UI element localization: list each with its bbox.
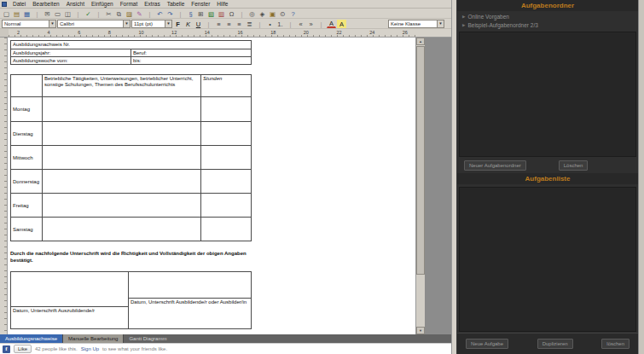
font-color-icon[interactable]: A <box>327 20 336 28</box>
expand-triangle-icon[interactable]: ▶ <box>462 23 465 27</box>
font-size-select[interactable]: 11pt (pt) ▼ <box>131 20 172 28</box>
folder-list-box[interactable] <box>459 32 636 157</box>
menu-item[interactable]: Ansicht <box>67 1 84 7</box>
save-icon[interactable]: ▦ <box>22 9 32 18</box>
delete-task-button[interactable]: löschen <box>601 339 629 349</box>
cut-icon[interactable]: ✂ <box>104 9 113 18</box>
day-activities-cell[interactable] <box>42 146 200 169</box>
day-activities-cell[interactable] <box>42 97 200 121</box>
day-activities-cell[interactable] <box>42 170 200 193</box>
pane-splitter[interactable] <box>451 0 457 354</box>
day-hours-cell[interactable] <box>200 218 251 241</box>
print-icon[interactable]: ▭ <box>53 9 62 18</box>
image-icon[interactable]: ▧ <box>206 9 216 18</box>
spellcheck-icon[interactable]: ✓ <box>84 9 93 18</box>
day-hours-cell[interactable] <box>200 97 251 121</box>
facebook-like-button[interactable]: Like <box>14 345 32 353</box>
copy-icon[interactable]: ⧉ <box>114 9 124 18</box>
bis-cell[interactable]: bis: <box>131 57 251 64</box>
day-label-cell[interactable]: Mittwoch <box>11 146 42 169</box>
navigator-icon[interactable]: ◈ <box>258 9 267 18</box>
align-justify-icon[interactable]: ≣ <box>245 20 254 28</box>
new-task-button[interactable]: Neue Aufgabe <box>466 339 508 349</box>
task-list-box[interactable] <box>459 187 636 332</box>
tab-manuelle-bearbeitung[interactable]: Manuelle Bearbeitung <box>62 334 123 343</box>
day-label-cell[interactable]: Samstag <box>11 218 42 241</box>
delete-folder-button[interactable]: Löschen <box>559 160 589 171</box>
chevron-down-icon[interactable]: ▼ <box>437 20 444 27</box>
chevron-down-icon[interactable]: ▼ <box>123 20 130 27</box>
menu-item[interactable]: Datei <box>13 1 26 7</box>
chart-icon[interactable]: ▥ <box>217 9 226 18</box>
chevron-down-icon[interactable]: ▼ <box>49 20 55 27</box>
special-character-icon[interactable]: Ω <box>227 9 236 18</box>
day-label-cell[interactable]: Donnerstag <box>11 170 42 193</box>
hyperlink-icon[interactable]: § <box>186 9 195 18</box>
horizontal-ruler[interactable]: 2468101214161820222426 <box>0 29 451 38</box>
undo-icon[interactable]: ↶ <box>155 9 165 18</box>
email-icon[interactable]: ✉ <box>43 9 52 18</box>
day-activities-cell[interactable] <box>42 194 200 217</box>
vertical-ruler[interactable] <box>0 38 8 334</box>
vertical-scrollbar[interactable]: ▲ ▼ <box>415 38 425 334</box>
chevron-down-icon[interactable]: ▼ <box>165 20 171 27</box>
signature-space[interactable] <box>11 272 128 306</box>
italic-icon[interactable]: K <box>183 20 193 28</box>
tab-ausbildungsnachweise[interactable]: Ausbildungsnachweise <box>0 334 62 343</box>
align-left-icon[interactable]: ≡ <box>214 20 223 28</box>
find-replace-icon[interactable]: ◎ <box>247 9 257 18</box>
facebook-signup-link[interactable]: Sign Up <box>81 346 99 351</box>
day-label-cell[interactable]: Freitag <box>11 194 42 217</box>
underline-icon[interactable]: U <box>194 20 203 28</box>
print-preview-icon[interactable]: ◫ <box>63 9 73 18</box>
bold-icon[interactable]: F <box>173 20 183 28</box>
day-hours-cell[interactable] <box>200 194 251 217</box>
woche-vom-cell[interactable]: Ausbildungswoche vom: <box>11 57 131 64</box>
day-hours-cell[interactable] <box>200 170 251 193</box>
menu-item[interactable]: Format <box>120 1 138 7</box>
menu-item[interactable]: Einfügen <box>91 1 113 7</box>
zoom-icon[interactable]: ⊙ <box>278 9 287 18</box>
day-label-cell[interactable]: Dienstag <box>11 122 42 145</box>
menu-item[interactable]: Fenster <box>191 1 210 7</box>
ausbildungsjahr-cell[interactable]: Ausbildungsjahr: <box>11 49 131 56</box>
document-page[interactable]: Ausbildungsnachweis Nr. Ausbildungsjahr:… <box>8 38 415 334</box>
decrease-indent-icon[interactable]: « <box>296 20 305 28</box>
scroll-up-icon[interactable]: ▲ <box>416 38 425 45</box>
day-label-cell[interactable]: Montag <box>11 97 42 121</box>
open-document-icon[interactable]: ▤ <box>12 9 21 18</box>
expand-triangle-icon[interactable]: ▶ <box>462 15 465 19</box>
help-icon[interactable]: ? <box>288 9 298 18</box>
redo-icon[interactable]: ↷ <box>165 9 175 18</box>
panel-scrollbar[interactable] <box>638 0 644 354</box>
menu-item[interactable]: Hilfe <box>217 1 228 7</box>
signature-left-column[interactable]: Datum, Unterschrift Auszubildende/r <box>11 272 128 328</box>
day-hours-cell[interactable] <box>200 122 251 145</box>
day-hours-cell[interactable] <box>200 146 251 169</box>
signature-space[interactable] <box>129 272 251 298</box>
paragraph-style-select[interactable]: Normal ▼ <box>2 20 56 28</box>
align-right-icon[interactable]: ≡ <box>235 20 244 28</box>
signature-right-column[interactable]: Datum, Unterschrift Ausbildende/r oder A… <box>128 272 251 328</box>
day-activities-cell[interactable] <box>42 218 200 241</box>
numbered-list-icon[interactable]: 1. <box>276 20 285 28</box>
folder-list-item[interactable]: ▶ Beispiel-Aufgabenordner 2/3 <box>457 20 638 29</box>
table-icon[interactable]: ⊞ <box>196 9 206 18</box>
gallery-icon[interactable]: ▣ <box>268 9 277 18</box>
paste-icon[interactable]: ▨ <box>125 9 134 18</box>
menu-item[interactable]: Extras <box>144 1 160 7</box>
menu-item[interactable]: Bearbeiten <box>32 1 59 7</box>
nachweis-nr-cell[interactable]: Ausbildungsnachweis Nr. <box>11 41 251 49</box>
scroll-down-icon[interactable]: ▼ <box>416 327 425 334</box>
menu-item[interactable]: Tabelle <box>167 1 185 7</box>
new-folder-button[interactable]: Neuer Aufgabenordner <box>464 160 526 171</box>
new-document-icon[interactable]: ▢ <box>2 9 11 18</box>
facebook-logo-icon[interactable]: f <box>3 345 10 353</box>
folder-list-item[interactable]: ▶ Online Vorgaben <box>457 12 638 20</box>
scrollbar-thumb[interactable] <box>416 46 425 275</box>
highlight-color-icon[interactable]: A <box>337 20 346 28</box>
beruf-cell[interactable]: Beruf: <box>131 49 251 56</box>
format-paintbrush-icon[interactable]: ✎ <box>135 9 144 18</box>
day-activities-cell[interactable] <box>42 122 200 145</box>
tab-gantt-diagramm[interactable]: Gantt Diagramm <box>123 334 171 343</box>
